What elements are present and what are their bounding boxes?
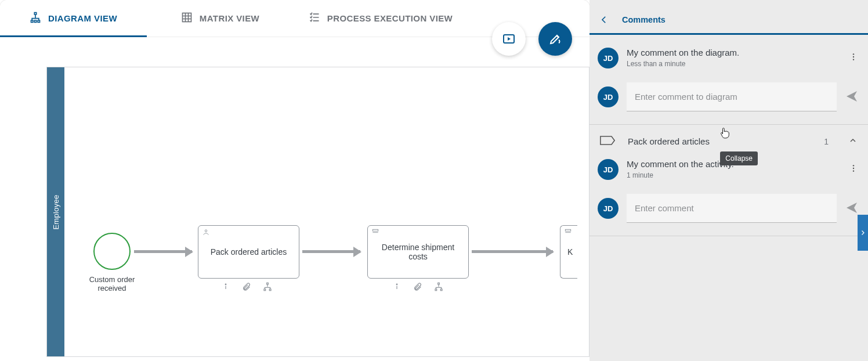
user-icon: [202, 228, 210, 238]
avatar: JD: [598, 198, 619, 219]
svg-rect-0: [182, 13, 191, 22]
comment-text: My comment on the diagram.: [627, 48, 839, 57]
back-button[interactable]: [589, 15, 619, 25]
activity-comment-input-row: JD: [598, 194, 860, 223]
cursor-icon: [720, 127, 730, 139]
info-icon[interactable]: [392, 282, 402, 293]
play-presentation-button[interactable]: [492, 22, 526, 56]
tab-label: MATRIX VIEW: [200, 13, 259, 23]
tab-matrix-view[interactable]: MATRIX VIEW: [147, 0, 294, 37]
start-event-node[interactable]: [93, 233, 131, 270]
comments-panel: Comments JD My comment on the diagram. L…: [589, 0, 868, 361]
avatar: JD: [598, 48, 619, 68]
svg-rect-10: [435, 289, 437, 291]
comment-input[interactable]: [627, 203, 837, 213]
sequence-flow[interactable]: [472, 250, 553, 253]
attachment-icon[interactable]: [413, 282, 422, 293]
comment-menu-button[interactable]: [847, 48, 860, 66]
tab-label: PROCESS EXECUTION VIEW: [327, 13, 453, 23]
grid-icon: [181, 12, 193, 25]
task-label: Determine shipment costs: [372, 243, 464, 261]
sitemap-icon: [30, 12, 41, 25]
tooltip: Collapse: [720, 151, 758, 165]
list-check-icon: [309, 12, 320, 25]
comment-item: JD My comment on the diagram. Less than …: [598, 48, 860, 68]
lane-header[interactable]: Employee: [47, 67, 64, 356]
sitemap-icon[interactable]: [263, 282, 272, 293]
task-attributes: [392, 282, 443, 293]
comment-input-field[interactable]: [627, 194, 837, 223]
svg-point-17: [853, 168, 854, 169]
svg-point-16: [853, 165, 854, 166]
send-comment-button[interactable]: [845, 89, 860, 105]
task-determine-shipment-costs[interactable]: Determine shipment costs: [367, 225, 469, 279]
activity-comment-count: 1: [824, 137, 829, 146]
info-icon[interactable]: [221, 282, 230, 293]
svg-point-15: [853, 59, 854, 60]
task-label: Pack ordered articles: [211, 247, 287, 257]
activity-comments-group: Pack ordered articles 1 Collapse JD My c…: [589, 125, 868, 236]
edit-tools-button[interactable]: [538, 22, 572, 56]
attachment-icon[interactable]: [242, 282, 251, 293]
diagram-comments-section: JD My comment on the diagram. Less than …: [589, 35, 868, 125]
svg-point-8: [396, 284, 397, 285]
comment-input-field[interactable]: [627, 82, 837, 111]
start-event-label: Custom order received: [77, 275, 147, 293]
tab-process-execution-view[interactable]: PROCESS EXECUTION VIEW: [294, 0, 468, 37]
svg-rect-11: [440, 289, 442, 291]
task-label: K: [567, 247, 573, 257]
svg-rect-12: [565, 229, 570, 231]
send-comment-button[interactable]: [845, 201, 860, 216]
svg-point-2: [205, 230, 207, 232]
lane-name: Employee: [52, 194, 60, 229]
svg-rect-5: [264, 289, 266, 291]
svg-point-3: [225, 284, 226, 285]
svg-point-14: [853, 56, 854, 57]
sitemap-icon[interactable]: [434, 282, 443, 293]
task-partial-right[interactable]: K: [560, 225, 577, 279]
comments-title: Comments: [622, 15, 666, 24]
sequence-flow[interactable]: [302, 250, 360, 253]
collapse-button[interactable]: [848, 136, 858, 147]
svg-rect-9: [438, 283, 440, 284]
svg-rect-4: [267, 283, 269, 284]
canvas-pane: DIAGRAM VIEW MATRIX VIEW PROCESS EXECUTI…: [0, 0, 589, 361]
comment-time: Less than a minute: [627, 60, 839, 68]
tab-diagram-view[interactable]: DIAGRAM VIEW: [0, 0, 147, 37]
svg-rect-7: [372, 229, 378, 231]
diagram-comment-input-row: JD: [598, 82, 860, 111]
svg-rect-6: [269, 289, 271, 291]
diagram-lane-container: Employee Custom order received Pack orde…: [46, 67, 589, 361]
avatar: JD: [598, 86, 619, 107]
form-icon: [371, 228, 379, 238]
task-attributes: [221, 282, 272, 293]
tab-label: DIAGRAM VIEW: [48, 13, 117, 23]
activity-shape-icon: [600, 135, 616, 147]
swimlane[interactable]: Employee Custom order received Pack orde…: [46, 67, 589, 357]
comments-header: Comments: [589, 6, 868, 35]
comment-menu-button[interactable]: [847, 159, 860, 178]
sequence-flow[interactable]: [134, 250, 192, 253]
form-icon: [564, 228, 572, 238]
comment-input[interactable]: [627, 92, 837, 102]
expand-panel-tab[interactable]: [858, 215, 868, 251]
comment-time: 1 minute: [627, 171, 839, 179]
svg-point-13: [853, 53, 854, 55]
avatar: JD: [598, 159, 619, 180]
task-pack-ordered-articles[interactable]: Pack ordered articles: [198, 225, 299, 279]
svg-point-18: [853, 170, 854, 171]
